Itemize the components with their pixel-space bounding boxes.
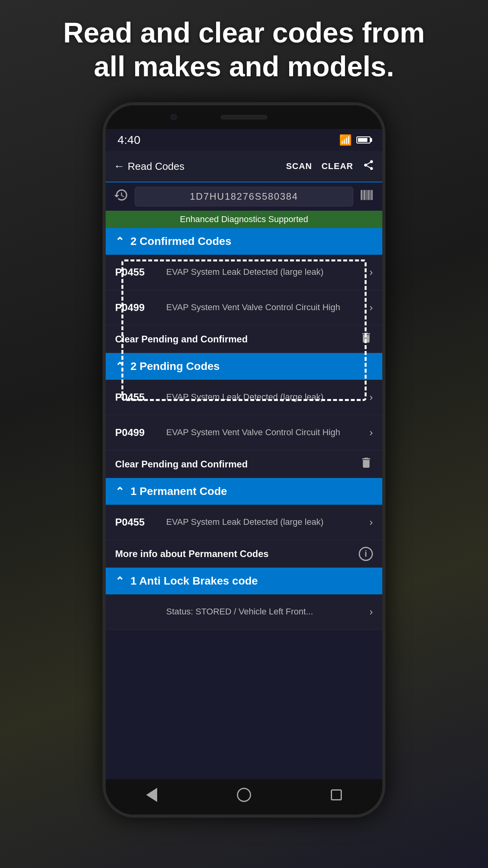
pending-chevron-up: ⌃ [115, 360, 124, 373]
abs-chevron-up: ⌃ [115, 575, 124, 588]
clear-pending-text: Clear Pending and Confirmed [115, 459, 248, 470]
nav-back-button[interactable] [136, 783, 167, 807]
confirmed-codes-title: 2 Confirmed Codes [130, 235, 231, 248]
permanent-code-0-chevron: › [369, 516, 373, 528]
pending-code-row-1[interactable]: P0499 EVAP System Vent Valve Control Cir… [106, 415, 382, 451]
pending-codes-title: 2 Pending Codes [130, 360, 220, 373]
phone-frame: 4:40 📶 ← Read Codes SCAN CLEAR [103, 102, 385, 818]
pending-code-1-chevron: › [369, 427, 373, 439]
confirmed-code-1-chevron: › [369, 302, 373, 314]
abs-code-0-desc: Status: STORED / Vehicle Left Front... [166, 606, 361, 618]
clear-confirmed-row[interactable]: Clear Pending and Confirmed [106, 326, 382, 353]
status-time: 4:40 [117, 133, 140, 147]
scroll-content[interactable]: Enhanced Diagnostics Supported ⌃ 2 Confi… [106, 211, 382, 779]
pending-code-1-desc: EVAP System Vent Valve Control Circuit H… [166, 427, 361, 438]
enhanced-badge-text: Enhanced Diagnostics Supported [180, 214, 308, 224]
nav-recents-icon [331, 789, 342, 800]
permanent-code-row-0[interactable]: P0455 EVAP System Leak Detected (large l… [106, 505, 382, 540]
clear-button[interactable]: CLEAR [321, 161, 353, 171]
nav-back-icon [146, 788, 157, 802]
nav-recents-button[interactable] [321, 783, 352, 807]
pending-code-0-desc: EVAP System Leak Detected (large leak) [166, 392, 361, 403]
enhanced-diagnostics-badge: Enhanced Diagnostics Supported [106, 211, 382, 228]
main-heading: Read and clear codes from all makes and … [31, 16, 457, 84]
confirmed-code-row-1[interactable]: P0499 EVAP System Vent Valve Control Cir… [106, 290, 382, 326]
nav-home-icon [237, 788, 251, 802]
app-bar-title: Read Codes [128, 160, 185, 173]
pending-code-1-label: P0499 [115, 427, 158, 439]
trash-confirmed-icon[interactable] [360, 331, 373, 347]
battery-icon [356, 136, 371, 143]
app-bar-actions: SCAN CLEAR [286, 159, 374, 174]
phone-speaker [220, 115, 268, 120]
trash-pending-icon[interactable] [360, 456, 373, 472]
nav-home-button[interactable] [228, 783, 260, 807]
abs-header[interactable]: ⌃ 1 Anti Lock Brakes code [106, 568, 382, 594]
clear-confirmed-text: Clear Pending and Confirmed [115, 334, 248, 345]
app-bar: ← Read Codes SCAN CLEAR [106, 151, 382, 182]
clear-pending-row[interactable]: Clear Pending and Confirmed [106, 451, 382, 478]
confirmed-codes-header[interactable]: ⌃ 2 Confirmed Codes [106, 228, 382, 255]
confirmed-code-0-chevron: › [369, 266, 373, 278]
barcode-icon[interactable] [360, 188, 374, 206]
pending-code-row-0[interactable]: P0455 EVAP System Leak Detected (large l… [106, 380, 382, 415]
history-icon[interactable] [114, 188, 128, 206]
phone-top-bar [106, 105, 382, 129]
confirmed-code-0-label: P0455 [115, 266, 158, 278]
permanent-info-text: More info about Permanent Codes [115, 548, 269, 559]
confirmed-code-0-desc: EVAP System Leak Detected (large leak) [166, 267, 361, 278]
back-arrow-icon: ← [114, 160, 125, 173]
permanent-chevron-up: ⌃ [115, 485, 124, 498]
battery-fill [358, 138, 367, 142]
permanent-code-0-desc: EVAP System Leak Detected (large leak) [166, 517, 361, 528]
status-bar: 4:40 📶 [106, 129, 382, 151]
abs-title: 1 Anti Lock Brakes code [130, 575, 258, 587]
abs-code-0-chevron: › [369, 606, 373, 618]
top-heading-area: Read and clear codes from all makes and … [0, 16, 488, 84]
pending-code-0-chevron: › [369, 391, 373, 403]
permanent-code-title: 1 Permanent Code [130, 485, 227, 498]
confirmed-chevron-up: ⌃ [115, 235, 124, 248]
share-icon[interactable] [363, 159, 374, 174]
confirmed-code-1-label: P0499 [115, 302, 158, 314]
scan-button[interactable]: SCAN [286, 161, 312, 171]
pending-code-0-label: P0455 [115, 391, 158, 403]
back-button[interactable]: ← Read Codes [114, 160, 286, 173]
vin-display[interactable]: 1D7HU18276S580384 [135, 187, 353, 206]
phone-camera [171, 114, 177, 120]
info-icon[interactable]: i [359, 547, 373, 561]
pending-codes-header[interactable]: ⌃ 2 Pending Codes [106, 353, 382, 380]
confirmed-code-1-desc: EVAP System Vent Valve Control Circuit H… [166, 302, 361, 313]
permanent-code-header[interactable]: ⌃ 1 Permanent Code [106, 478, 382, 505]
abs-code-row-0[interactable]: Status: STORED / Vehicle Left Front... › [106, 594, 382, 630]
app-content: ← Read Codes SCAN CLEAR 1D7HU18276S58 [106, 151, 382, 779]
status-icons: 📶 [339, 134, 371, 146]
vin-bar: 1D7HU18276S580384 [106, 182, 382, 211]
nav-bar [106, 779, 382, 815]
confirmed-code-row-0[interactable]: P0455 EVAP System Leak Detected (large l… [106, 255, 382, 290]
wifi-icon: 📶 [339, 134, 352, 146]
permanent-info-row[interactable]: More info about Permanent Codes i [106, 540, 382, 568]
permanent-code-0-label: P0455 [115, 516, 158, 528]
